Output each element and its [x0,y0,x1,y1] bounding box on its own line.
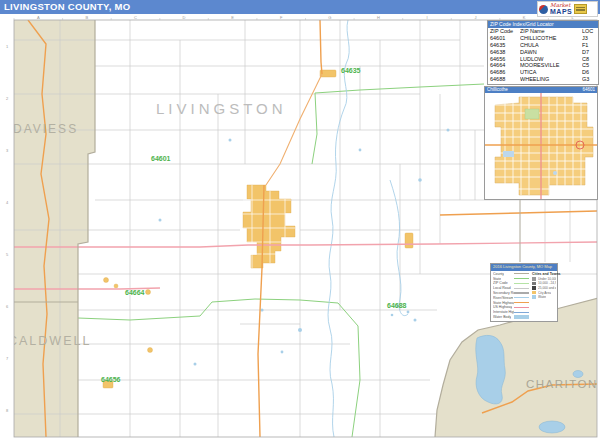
svg-text:D: D [183,15,186,20]
map-page: { "window": { "title": "LIVINGSTON COUNT… [0,0,600,441]
county-label-daviess: DAVIESS [13,122,78,136]
svg-text:I: I [426,15,427,20]
lake-east [476,335,506,404]
inset-city-area [495,97,593,195]
legend-title: 2016 Livingston County, MO Map [491,264,557,271]
legend-panel: 2016 Livingston County, MO Map CountySta… [490,263,558,322]
svg-text:E: E [231,15,234,20]
svg-text:J: J [475,15,477,20]
zip-label-64635: 64635 [341,67,361,74]
legend-city-entry: Water [532,295,556,300]
svg-text:B: B [86,15,89,20]
legend-city-entries: Under 10,00010,000 - 24,99925,000 and ov… [532,277,556,300]
county-label-chariton: CHARITON [526,378,598,390]
legend-swatch [514,273,529,274]
legend-swatch [514,278,529,279]
zip-table-row: 64686UTICAD6 [488,69,598,76]
logo-word-maps: MAPS [550,8,572,15]
mooresville-town-area [104,278,109,283]
legend-swatch [514,283,529,284]
zip-table-row: 64601CHILLICOTHEJ3 [488,35,598,42]
legend-city-entry: 10,000 - 24,999 [532,281,556,286]
marketmaps-logo: Market MAPS [537,1,598,17]
svg-text:A: A [37,15,40,20]
zip-index-panel: ZIP Code Index/Grid Locator ZIP Code ZIP… [487,20,599,85]
zip-label-64601: 64601 [151,155,171,162]
legend-city-entry: 25,000 and over [532,286,556,291]
svg-text:C: C [134,15,137,20]
legend-swatch [514,297,529,298]
county-label-livingston: LIVINGSTON [156,100,287,117]
inset-pond [503,151,514,157]
legend-swatch [514,315,529,319]
zip-table-rows: 64601CHILLICOTHEJ364635CHULAF164638DAWND… [488,35,598,83]
zip-table-row: 64656LUDLOWC8 [488,56,598,63]
utica-town-area [146,290,151,295]
wheeling-town-area [405,233,413,248]
globe-icon [539,5,548,14]
legend-swatch [514,292,529,293]
logo-fineprint [574,4,587,14]
title-bar: LIVINGSTON COUNTY, MO [0,0,600,15]
county-label-caldwell: CALDWELL [8,334,91,348]
zip-table-row: 64688WHEELINGG3 [488,76,598,83]
legend-items: CountyStateZIP CodeLocal RoadSecondary R… [493,272,529,320]
svg-text:K: K [523,15,526,20]
zip-table-row: 64635CHULAF1 [488,42,598,49]
legend-swatch [514,307,529,308]
legend-swatch [514,302,529,303]
city-inset-panel: Chillicothe 64601 [484,86,598,200]
page-title: LIVINGSTON COUNTY, MO [0,0,600,14]
legend-city-entry: Under 10,000 [532,277,556,282]
inset-map-canvas [485,93,597,199]
zip-index-header: ZIP Code Index/Grid Locator [488,21,598,28]
zip-label-64688: 64688 [387,302,407,309]
zip-table-row: 64664MOORESVILLEC5 [488,62,598,69]
legend-swatch [514,312,529,313]
inset-park [525,109,539,119]
legend-swatch [514,288,529,289]
dawn-town-area [148,348,153,353]
legend-cities-header: Cities and Towns [532,272,556,277]
zip-table-row: 64638DAWND7 [488,49,598,56]
zip-label-64656: 64656 [101,376,121,383]
svg-text:H: H [377,15,380,20]
zip-index-column-headers: ZIP Code ZIP Name LOC [488,28,598,35]
zip-label-64664: 64664 [125,289,145,296]
svg-text:G: G [328,15,331,20]
legend-item: Water Body [493,315,529,320]
